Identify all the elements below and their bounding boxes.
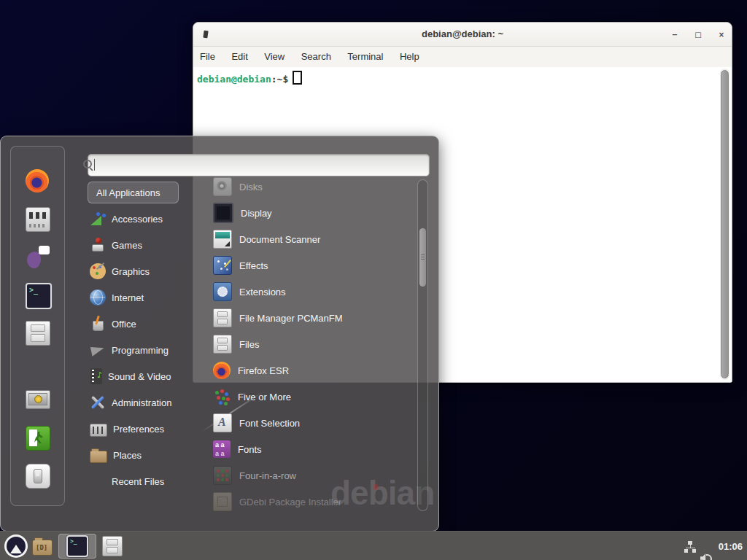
prompt-user-host: debian@debian [197, 74, 271, 85]
category-internet[interactable]: Internet [88, 284, 201, 311]
search-caret [94, 159, 95, 171]
menubar-item-view[interactable]: View [258, 47, 291, 62]
logout-icon [26, 426, 50, 451]
category-sound-video[interactable]: Sound & Video [88, 363, 201, 389]
desktop: debian@debian: ~ − □ × File Edit View Se… [0, 0, 747, 560]
programming-icon [90, 342, 106, 358]
category-spacer [90, 473, 106, 489]
terminal-cursor [293, 71, 302, 85]
all-applications-button[interactable]: All Applications [88, 182, 179, 203]
menu-button[interactable] [1, 534, 31, 559]
settings-mixer-icon [26, 207, 50, 232]
menubar-item-terminal[interactable]: Terminal [341, 47, 390, 62]
category-accessories[interactable]: Accessories [88, 206, 201, 232]
app-item-five-or-more[interactable]: Five or More [207, 384, 415, 410]
app-item-disks[interactable]: Disks [207, 176, 415, 200]
menu-scrollbar[interactable] [417, 179, 428, 511]
preferences-icon [90, 424, 107, 437]
favorites-panel [10, 146, 65, 506]
favorite-terminal[interactable] [26, 283, 49, 306]
terminal-icon [66, 535, 88, 557]
firefox-icon [26, 169, 49, 192]
app-item-fonts[interactable]: Fonts [207, 436, 415, 462]
font-selection-icon [213, 413, 232, 432]
administration-icon [90, 394, 106, 411]
internet-icon [90, 289, 106, 306]
menubar-item-search[interactable]: Search [295, 47, 338, 62]
gdebi-icon [213, 492, 232, 511]
app-item-file-manager-pcmanfm[interactable]: File Manager PCManFM [207, 305, 415, 331]
taskbar-folder-button[interactable] [28, 534, 57, 559]
shutdown-icon [26, 464, 50, 489]
pidgin-messenger-icon [26, 245, 49, 268]
file-cabinet-icon [102, 536, 123, 556]
app-item-files[interactable]: Files [207, 331, 415, 357]
category-places[interactable]: Places [88, 442, 201, 468]
taskbar: 01:06 [0, 531, 747, 560]
menubar-item-edit[interactable]: Edit [225, 47, 254, 62]
network-icon[interactable] [684, 541, 696, 553]
terminal-icon [26, 283, 52, 309]
app-item-extensions[interactable]: Extensions [207, 279, 415, 305]
lock-screen-button[interactable] [26, 388, 49, 411]
category-administration[interactable]: Administration [88, 389, 201, 416]
document-scanner-icon [213, 230, 232, 249]
menu-orb-icon [4, 534, 28, 558]
app-item-effects[interactable]: Effects [207, 252, 415, 279]
category-games[interactable]: Games [88, 232, 201, 258]
app-item-display[interactable]: Display [207, 200, 415, 226]
taskbar-files-button[interactable] [98, 534, 127, 559]
app-item-four-in-a-row[interactable]: Four-in-a-row [207, 462, 415, 489]
volume-icon[interactable] [700, 552, 713, 560]
search-icon [82, 159, 94, 171]
category-office[interactable]: Office [88, 311, 201, 337]
four-in-a-row-icon [213, 466, 232, 485]
search-box [88, 154, 430, 176]
accessories-icon [90, 211, 106, 227]
app-item-gdebi-package-installer[interactable]: GDebi Package Installer [207, 489, 415, 513]
folder-d-icon [32, 540, 53, 556]
category-recent-files[interactable]: Recent Files [88, 468, 201, 494]
five-or-more-icon [213, 388, 231, 405]
category-graphics[interactable]: Graphics [88, 258, 201, 284]
menu-scrollbar-thumb[interactable] [419, 228, 426, 287]
search-input[interactable] [97, 157, 407, 174]
logout-button[interactable] [26, 426, 49, 449]
graphics-icon [90, 263, 106, 279]
favorite-firefox[interactable] [26, 169, 49, 192]
terminal-prompt: debian@debian:~$ [197, 71, 302, 85]
file-cabinet-icon [26, 321, 50, 346]
terminal-menubar: File Edit View Search Terminal Help [193, 47, 732, 67]
taskbar-terminal-button[interactable] [58, 534, 96, 559]
terminal-title: debian@debian: ~ [193, 28, 732, 39]
app-item-document-scanner[interactable]: Document Scanner [207, 226, 415, 252]
sound-video-icon [90, 368, 102, 384]
display-icon [213, 203, 233, 223]
all-applications-label: All Applications [96, 187, 160, 198]
terminal-scrollbar-thumb[interactable] [721, 70, 729, 378]
app-item-firefox-esr[interactable]: Firefox ESR [207, 357, 415, 384]
favorite-pidgin[interactable] [26, 245, 49, 268]
category-preferences[interactable]: Preferences [88, 416, 201, 442]
menubar-item-file[interactable]: File [193, 47, 222, 62]
maximize-button[interactable]: □ [692, 29, 704, 41]
application-list: Disks Display Document Scanner Effects E… [207, 176, 415, 513]
menubar-item-help[interactable]: Help [393, 47, 426, 62]
terminal-titlebar[interactable]: debian@debian: ~ − □ × [193, 23, 732, 47]
places-icon [90, 451, 107, 463]
lock-screen-icon [26, 390, 50, 409]
close-button[interactable]: × [716, 29, 727, 41]
prompt-path: :~$ [271, 74, 288, 85]
app-item-font-selection[interactable]: Font Selection [207, 410, 415, 436]
file-cabinet-icon [213, 335, 232, 354]
firefox-icon [213, 362, 231, 379]
category-programming[interactable]: Programming [88, 337, 201, 363]
shutdown-button[interactable] [26, 464, 49, 487]
minimize-button[interactable]: − [669, 29, 681, 41]
favorite-files[interactable] [26, 321, 49, 344]
disks-icon [213, 177, 232, 196]
favorite-settings[interactable] [26, 207, 49, 230]
fonts-icon [213, 440, 231, 458]
clock[interactable]: 01:06 [719, 532, 743, 560]
terminal-scrollbar[interactable] [720, 69, 729, 380]
